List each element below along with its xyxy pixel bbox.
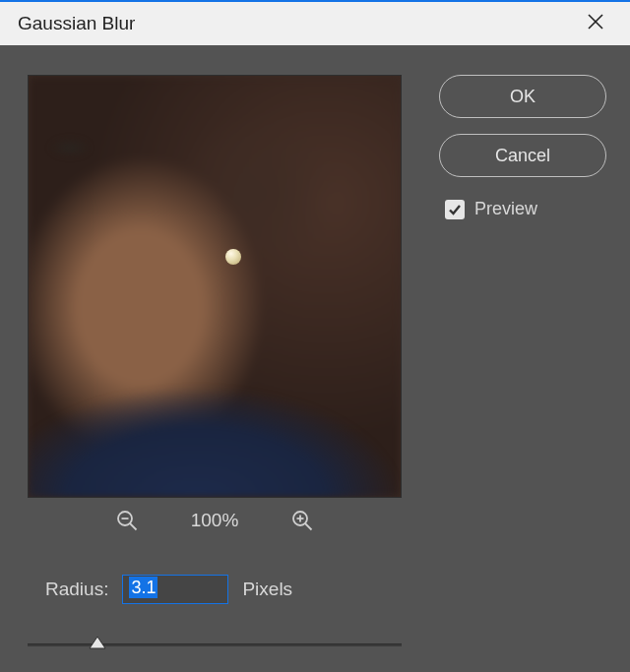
preview-checkbox-row[interactable]: Preview [445,199,606,219]
dialog-content: 100% Radius: 3.1 Pixels OK Cancel [0,45,630,672]
close-icon[interactable] [579,7,612,40]
zoom-out-icon[interactable] [116,510,138,531]
cancel-button[interactable]: Cancel [439,134,606,177]
radius-input[interactable]: 3.1 [122,575,228,604]
svg-marker-9 [90,637,105,648]
preview-image[interactable] [28,75,402,498]
preview-checkbox[interactable] [445,200,465,219]
right-column: OK Cancel Preview [439,75,606,219]
titlebar: Gaussian Blur [0,0,630,45]
radius-row: Radius: 3.1 Pixels [45,575,292,604]
radius-unit: Pixels [242,579,292,600]
svg-line-6 [305,523,312,530]
preview-detail [225,249,241,265]
ok-button[interactable]: OK [439,75,606,118]
svg-line-3 [130,523,137,530]
radius-label: Radius: [45,579,108,600]
radius-slider[interactable] [28,634,402,657]
zoom-controls: 100% [28,510,402,531]
preview-detail [40,135,99,160]
checkmark-icon [447,202,463,217]
slider-track [28,643,402,646]
zoom-level: 100% [191,510,239,531]
zoom-in-icon[interactable] [291,510,313,531]
preview-label: Preview [474,199,537,219]
radius-value: 3.1 [129,577,158,598]
dialog-title: Gaussian Blur [18,13,135,34]
slider-thumb[interactable] [89,636,106,651]
